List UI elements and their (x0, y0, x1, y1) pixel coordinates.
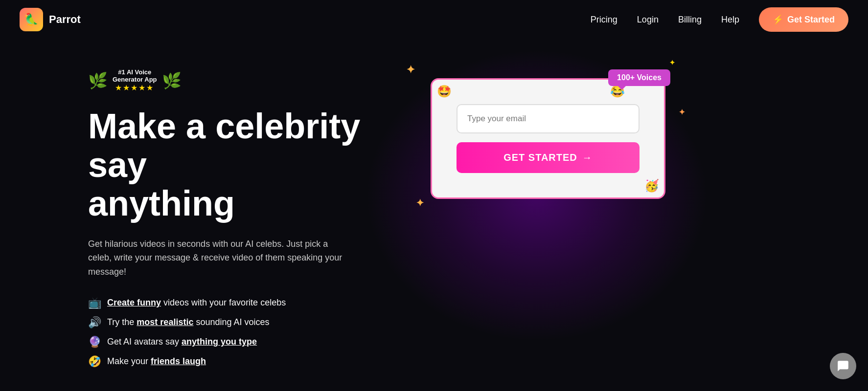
feature-text-4: Make your friends laugh (107, 356, 206, 367)
signup-card-container: ✦ ✦ ✦ ✦ ✦ 100+ Voices 🤩 😂 🥳 GET STARTED … (431, 78, 665, 199)
sparkle-icon-3: ✦ (416, 197, 424, 209)
nav-get-started-button[interactable]: ⚡ Get Started (759, 7, 848, 32)
award-badge: 🌿 #1 AI Voice Generator App ★★★★★ 🌿 (88, 68, 391, 92)
laurel-left-icon: 🌿 (88, 71, 108, 90)
logo-text: Parrot (49, 13, 81, 26)
list-item: 🔮 Get AI avatars say anything you type (88, 336, 391, 348)
award-text: #1 AI Voice Generator App ★★★★★ (113, 68, 157, 92)
feature-icon-1: 📺 (88, 297, 101, 309)
nav-link-billing[interactable]: Billing (678, 15, 702, 25)
feature-list: 📺 Create funny videos with your favorite… (88, 297, 391, 368)
nav-link-pricing[interactable]: Pricing (591, 15, 617, 25)
nav-link-help[interactable]: Help (721, 15, 739, 25)
feature-text-1: Create funny videos with your favorite c… (107, 298, 286, 308)
sparkle-icon-4: ✦ (679, 108, 685, 117)
hero-headline: Make a celebrity say anything (88, 107, 391, 223)
hero-section: 🌿 #1 AI Voice Generator App ★★★★★ 🌿 Make… (0, 39, 868, 388)
list-item: 📺 Create funny videos with your favorite… (88, 297, 391, 309)
logo-icon: 🦜 (20, 8, 43, 31)
headline-line1: Make a celebrity say (88, 107, 360, 184)
award-title-line1: #1 AI Voice (113, 68, 157, 76)
feature-link-1[interactable]: Create funny (107, 298, 161, 307)
hero-subtext: Get hilarious videos in seconds with our… (88, 237, 352, 279)
feature-link-3[interactable]: anything you type (182, 337, 257, 347)
feature-link-2[interactable]: most realistic (137, 317, 193, 327)
email-input[interactable] (457, 104, 640, 133)
award-stars: ★★★★★ (113, 83, 157, 92)
award-title-line2: Generator App (113, 76, 157, 83)
list-item: 🤣 Make your friends laugh (88, 355, 391, 368)
navbar: 🦜 Parrot Pricing Login Billing Help ⚡ Ge… (0, 0, 868, 39)
sparkle-icon-1: ✦ (406, 64, 415, 76)
card-emoji-1: 🤩 (437, 85, 452, 98)
chat-icon (837, 360, 849, 372)
feature-icon-2: 🔊 (88, 316, 101, 329)
signup-card: 🤩 😂 🥳 GET STARTED → (431, 78, 665, 199)
cta-arrow-icon: → (582, 152, 593, 163)
feature-icon-3: 🔮 (88, 336, 101, 348)
list-item: 🔊 Try the most realistic sounding AI voi… (88, 316, 391, 329)
laurel-right-icon: 🌿 (162, 71, 182, 90)
card-emoji-3: 🥳 (644, 179, 659, 193)
cta-label: GET STARTED (503, 152, 577, 163)
lightning-icon: ⚡ (773, 14, 783, 25)
logo[interactable]: 🦜 Parrot (20, 8, 81, 31)
sparkle-icon-5: ✦ (669, 59, 675, 66)
feature-text-2: Try the most realistic sounding AI voice… (107, 317, 270, 327)
feature-icon-4: 🤣 (88, 355, 101, 368)
nav-link-login[interactable]: Login (637, 15, 659, 25)
feature-link-4[interactable]: friends laugh (151, 356, 206, 366)
voices-badge: 100+ Voices (608, 69, 670, 86)
nav-cta-label: Get Started (787, 15, 835, 25)
nav-links: Pricing Login Billing Help ⚡ Get Started (591, 7, 848, 32)
chat-bubble[interactable] (830, 353, 856, 379)
hero-left: 🌿 #1 AI Voice Generator App ★★★★★ 🌿 Make… (88, 68, 391, 368)
headline-line2: anything (88, 184, 235, 223)
get-started-button[interactable]: GET STARTED → (457, 142, 640, 173)
feature-text-3: Get AI avatars say anything you type (107, 337, 257, 347)
